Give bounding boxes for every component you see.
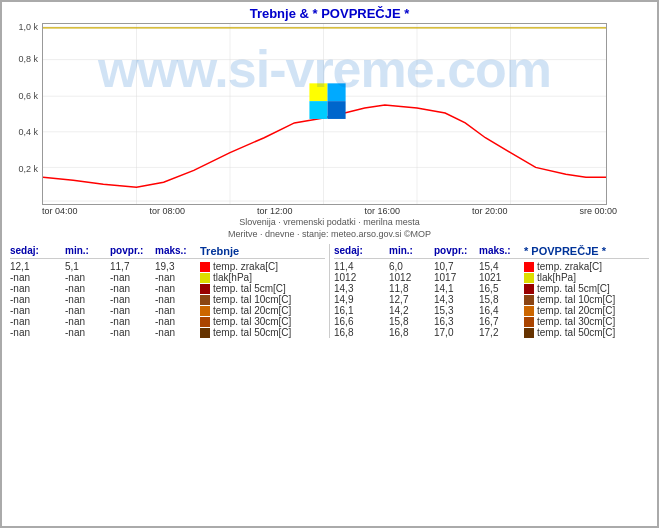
col-min-label: min.:	[65, 245, 110, 257]
cell-povpr: 15,3	[434, 305, 479, 316]
table-povprecje: sedaj: min.: povpr.: maks.: * POVPREČJE …	[334, 244, 649, 338]
legend-box	[200, 273, 210, 283]
x-label-5: sre 00:00	[579, 206, 617, 216]
col-maks-label2: maks.:	[479, 245, 524, 257]
legend-label: temp. tal 20cm[C]	[213, 305, 291, 316]
y-axis: 1,0 k 0,8 k 0,6 k 0,4 k 0,2 k	[2, 23, 42, 205]
cell-sedaj: 1012	[334, 272, 389, 283]
legend-box	[524, 262, 534, 272]
legend-label: temp. tal 30cm[C]	[213, 316, 291, 327]
table-row: 14,3 11,8 14,1 16,5 temp. tal 5cm[C]	[334, 283, 649, 294]
cell-min: -nan	[65, 327, 110, 338]
cell-sedaj: -nan	[10, 316, 65, 327]
legend-label: temp. zraka[C]	[213, 261, 278, 272]
table-row: 11,4 6,0 10,7 15,4 temp. zraka[C]	[334, 261, 649, 272]
legend-label: temp. tal 10cm[C]	[537, 294, 615, 305]
info-line-2: Meritve · dnevne · stanje: meteo.arso.go…	[2, 228, 657, 240]
legend-label: temp. tal 5cm[C]	[213, 283, 286, 294]
cell-maks: 15,8	[479, 294, 524, 305]
cell-povpr: -nan	[110, 316, 155, 327]
table-row: -nan -nan -nan -nan temp. tal 5cm[C]	[10, 283, 325, 294]
cell-min: 14,2	[389, 305, 434, 316]
cell-maks: 19,3	[155, 261, 200, 272]
svg-rect-11	[309, 83, 327, 101]
legend-cell: temp. tal 50cm[C]	[524, 327, 649, 338]
legend-cell: temp. zraka[C]	[524, 261, 649, 272]
table-row: 16,8 16,8 17,0 17,2 temp. tal 50cm[C]	[334, 327, 649, 338]
table-row: 12,1 5,1 11,7 19,3 temp. zraka[C]	[10, 261, 325, 272]
y-label-08k: 0,8 k	[18, 54, 38, 64]
cell-povpr: 10,7	[434, 261, 479, 272]
legend-label: temp. tal 50cm[C]	[213, 327, 291, 338]
cell-sedaj: -nan	[10, 327, 65, 338]
cell-maks: -nan	[155, 327, 200, 338]
legend-cell: temp. zraka[C]	[200, 261, 325, 272]
x-label-4: tor 20:00	[472, 206, 508, 216]
cell-sedaj: 11,4	[334, 261, 389, 272]
cell-maks: 15,4	[479, 261, 524, 272]
cell-min: 1012	[389, 272, 434, 283]
chart-title: Trebnje & * POVPREČJE *	[2, 2, 657, 23]
cell-maks: 17,2	[479, 327, 524, 338]
col-maks-label: maks.:	[155, 245, 200, 257]
cell-maks: 16,4	[479, 305, 524, 316]
table-trebnje: sedaj: min.: povpr.: maks.: Trebnje 12,1…	[10, 244, 325, 338]
cell-min: 11,8	[389, 283, 434, 294]
x-label-2: tor 12:00	[257, 206, 293, 216]
legend-label: temp. tal 5cm[C]	[537, 283, 610, 294]
cell-povpr: 1017	[434, 272, 479, 283]
cell-sedaj: -nan	[10, 294, 65, 305]
legend-label: temp. zraka[C]	[537, 261, 602, 272]
cell-povpr: 14,1	[434, 283, 479, 294]
legend-label: tlak[hPa]	[213, 272, 252, 283]
cell-maks: -nan	[155, 272, 200, 283]
cell-min: 5,1	[65, 261, 110, 272]
cell-sedaj: -nan	[10, 283, 65, 294]
cell-povpr: -nan	[110, 272, 155, 283]
y-label-02k: 0,2 k	[18, 164, 38, 174]
legend-cell: temp. tal 20cm[C]	[200, 305, 325, 316]
col-sedaj-label2: sedaj:	[334, 245, 389, 257]
cell-min: -nan	[65, 316, 110, 327]
table-trebnje-header: sedaj: min.: povpr.: maks.: Trebnje	[10, 244, 325, 259]
legend-cell: temp. tal 20cm[C]	[524, 305, 649, 316]
legend-box	[524, 284, 534, 294]
legend-box	[524, 328, 534, 338]
table-row: -nan -nan -nan -nan temp. tal 20cm[C]	[10, 305, 325, 316]
cell-povpr: 17,0	[434, 327, 479, 338]
legend-box	[200, 317, 210, 327]
cell-maks: -nan	[155, 283, 200, 294]
chart-plot-area: www.si-vreme.com	[42, 23, 607, 205]
cell-maks: -nan	[155, 305, 200, 316]
cell-povpr: -nan	[110, 305, 155, 316]
legend-cell: temp. tal 50cm[C]	[200, 327, 325, 338]
y-label-04k: 0,4 k	[18, 127, 38, 137]
cell-min: 15,8	[389, 316, 434, 327]
cell-min: -nan	[65, 305, 110, 316]
table-row: -nan -nan -nan -nan tlak[hPa]	[10, 272, 325, 283]
legend-box	[524, 273, 534, 283]
tables-container: sedaj: min.: povpr.: maks.: Trebnje 12,1…	[2, 240, 657, 342]
table-divider	[329, 244, 330, 338]
cell-sedaj: 16,8	[334, 327, 389, 338]
table-row: 14,9 12,7 14,3 15,8 temp. tal 10cm[C]	[334, 294, 649, 305]
y-label-1k: 1,0 k	[18, 22, 38, 32]
legend-cell: tlak[hPa]	[200, 272, 325, 283]
legend-label: temp. tal 10cm[C]	[213, 294, 291, 305]
legend-cell: temp. tal 30cm[C]	[524, 316, 649, 327]
legend-cell: temp. tal 30cm[C]	[200, 316, 325, 327]
cell-min: -nan	[65, 272, 110, 283]
cell-sedaj: 14,3	[334, 283, 389, 294]
legend-box	[200, 262, 210, 272]
cell-min: 6,0	[389, 261, 434, 272]
table-row: -nan -nan -nan -nan temp. tal 30cm[C]	[10, 316, 325, 327]
legend-box	[524, 306, 534, 316]
cell-min: -nan	[65, 283, 110, 294]
col-min-label2: min.:	[389, 245, 434, 257]
legend-label: tlak[hPa]	[537, 272, 576, 283]
cell-povpr: 14,3	[434, 294, 479, 305]
legend-cell: temp. tal 5cm[C]	[524, 283, 649, 294]
table-row: 16,6 15,8 16,3 16,7 temp. tal 30cm[C]	[334, 316, 649, 327]
legend-cell: temp. tal 5cm[C]	[200, 283, 325, 294]
legend-label: temp. tal 30cm[C]	[537, 316, 615, 327]
